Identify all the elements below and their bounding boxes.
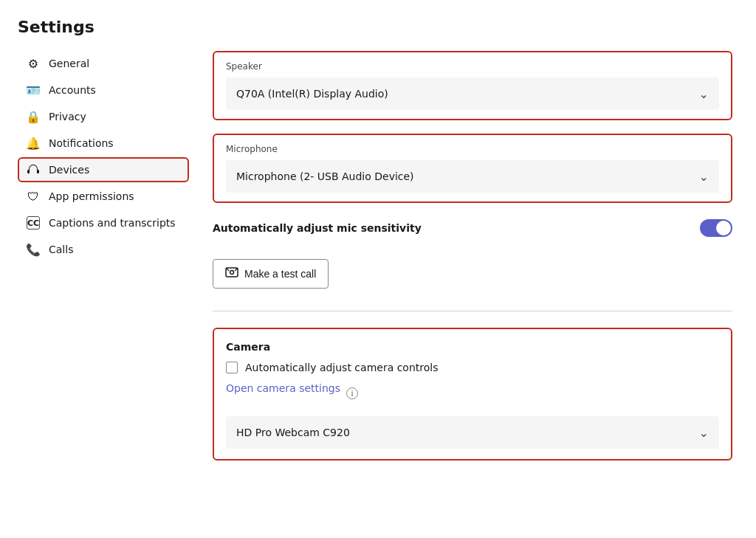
page-title: Settings	[18, 18, 756, 36]
test-call-container: Make a test call	[213, 253, 732, 294]
sidebar: ⚙ General 🪪 Accounts 🔒 Privacy 🔔 Notific…	[18, 51, 195, 461]
sidebar-item-captions[interactable]: CC Captions and transcripts	[18, 210, 189, 235]
auto-adjust-label: Automatically adjust mic sensitivity	[213, 222, 422, 234]
sidebar-item-label-notifications: Notifications	[49, 137, 114, 149]
microphone-label: Microphone	[226, 144, 719, 154]
speaker-dropdown[interactable]: Q70A (Intel(R) Display Audio) ⌄	[226, 77, 719, 110]
phone-icon: 📞	[27, 243, 40, 256]
sidebar-item-calls[interactable]: 📞 Calls	[18, 237, 189, 262]
sidebar-item-label-devices: Devices	[49, 164, 89, 176]
open-camera-settings-row: Open camera settings i	[226, 382, 719, 404]
open-camera-settings-link[interactable]: Open camera settings	[226, 382, 340, 394]
gear-icon: ⚙	[27, 57, 40, 70]
sidebar-item-label-accounts: Accounts	[49, 84, 96, 96]
speaker-value: Q70A (Intel(R) Display Audio)	[236, 88, 388, 100]
chevron-down-icon-mic: ⌄	[699, 170, 709, 184]
chevron-down-icon-cam: ⌄	[699, 426, 709, 440]
main-content: Speaker Q70A (Intel(R) Display Audio) ⌄ …	[195, 51, 756, 461]
sidebar-item-privacy[interactable]: 🔒 Privacy	[18, 104, 189, 129]
sidebar-item-label-app-permissions: App permissions	[49, 190, 134, 202]
auto-camera-label: Automatically adjust camera controls	[245, 362, 439, 373]
sidebar-item-devices[interactable]: Devices	[18, 157, 189, 182]
bell-icon: 🔔	[27, 137, 40, 150]
camera-section: Camera Automatically adjust camera contr…	[213, 328, 732, 461]
auto-camera-checkbox[interactable]	[226, 362, 238, 373]
info-icon[interactable]: i	[346, 387, 358, 399]
sidebar-item-app-permissions[interactable]: 🛡 App permissions	[18, 184, 189, 209]
test-call-button[interactable]: Make a test call	[213, 259, 329, 289]
sidebar-item-label-captions: Captions and transcripts	[49, 217, 176, 229]
sidebar-item-general[interactable]: ⚙ General	[18, 51, 189, 76]
settings-page: Settings ⚙ General 🪪 Accounts 🔒 Privacy …	[0, 0, 756, 538]
test-call-label: Make a test call	[244, 268, 316, 280]
auto-adjust-toggle[interactable]	[700, 219, 732, 237]
speaker-section: Speaker Q70A (Intel(R) Display Audio) ⌄	[213, 51, 732, 120]
sidebar-item-label-privacy: Privacy	[49, 111, 86, 123]
section-divider	[213, 311, 732, 311]
webcam-value: HD Pro Webcam C920	[236, 427, 350, 438]
sidebar-item-accounts[interactable]: 🪪 Accounts	[18, 77, 189, 103]
headset-icon	[27, 163, 40, 176]
accounts-icon: 🪪	[27, 83, 40, 97]
test-call-icon	[225, 266, 238, 282]
captions-icon: CC	[27, 216, 40, 230]
camera-title: Camera	[226, 341, 719, 353]
microphone-value: Microphone (2- USB Audio Device)	[236, 170, 414, 182]
auto-camera-row: Automatically adjust camera controls	[226, 362, 719, 373]
layout: ⚙ General 🪪 Accounts 🔒 Privacy 🔔 Notific…	[18, 51, 756, 461]
svg-point-1	[230, 271, 234, 275]
sidebar-item-label-general: General	[49, 58, 89, 69]
shield-icon: 🛡	[27, 190, 40, 203]
speaker-label: Speaker	[226, 61, 719, 72]
chevron-down-icon: ⌄	[699, 87, 709, 101]
sidebar-item-label-calls: Calls	[49, 244, 73, 255]
microphone-dropdown[interactable]: Microphone (2- USB Audio Device) ⌄	[226, 160, 719, 193]
auto-adjust-row: Automatically adjust mic sensitivity	[213, 216, 732, 240]
sidebar-item-notifications[interactable]: 🔔 Notifications	[18, 131, 189, 156]
lock-icon: 🔒	[27, 110, 40, 123]
microphone-section: Microphone Microphone (2- USB Audio Devi…	[213, 134, 732, 203]
webcam-dropdown[interactable]: HD Pro Webcam C920 ⌄	[226, 416, 719, 449]
